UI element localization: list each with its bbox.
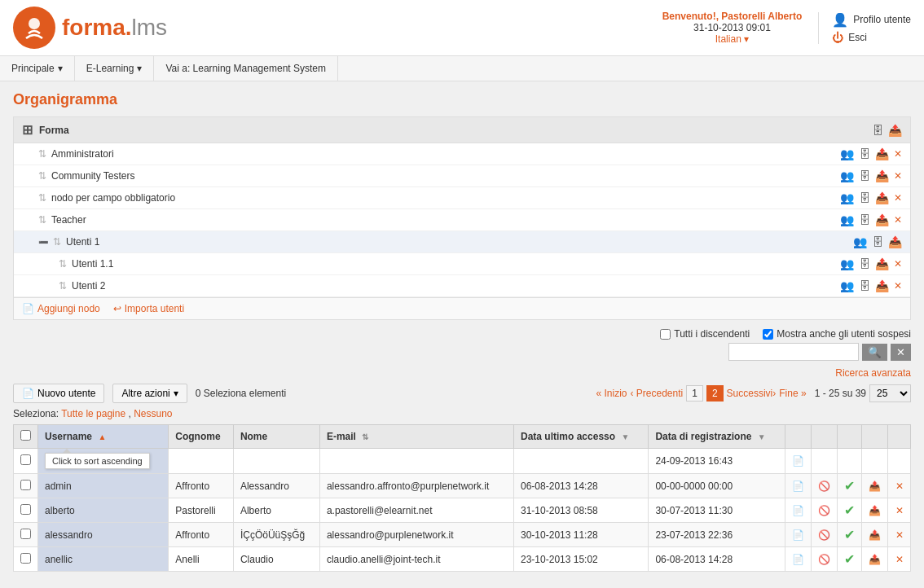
td-delete-icon[interactable]: ✕ — [888, 498, 911, 523]
tree-delete-icon[interactable]: ✕ — [894, 148, 902, 160]
col-header-email[interactable]: E-mail ⇅ — [319, 425, 513, 449]
altre-azioni-button[interactable]: Altre azioni ▾ — [112, 384, 187, 403]
td-active-icon[interactable] — [838, 449, 862, 474]
td-export-icon[interactable]: 📤 — [862, 498, 888, 523]
tree-export-icon[interactable]: 📤 — [875, 257, 889, 270]
tree-users-icon[interactable]: 👥 — [840, 147, 854, 160]
col-header-username[interactable]: Username ▲ — [38, 425, 169, 449]
row-checkbox[interactable] — [20, 529, 31, 539]
tree-export-icon[interactable]: 📤 — [875, 147, 889, 160]
td-export-icon[interactable]: 📤 — [862, 474, 888, 498]
per-page-select[interactable]: 25 50 100 — [869, 384, 911, 402]
tutti-discendenti-label[interactable]: Tutti i discendenti — [660, 328, 750, 340]
nessuno-link[interactable]: Nessuno — [134, 408, 172, 419]
td-checkbox[interactable] — [14, 547, 38, 572]
row-checkbox[interactable] — [20, 504, 31, 515]
mostra-sospesi-checkbox[interactable] — [763, 329, 773, 340]
td-active-icon[interactable]: ✔ — [838, 474, 862, 498]
tree-export-icon[interactable]: 📤 — [875, 169, 889, 182]
td-delete-icon[interactable]: ✕ — [888, 547, 911, 572]
tree-db-icon[interactable]: 🗄 — [872, 235, 883, 248]
td-active-icon[interactable]: ✔ — [838, 547, 862, 572]
td-export-icon[interactable]: 📤 — [862, 523, 888, 547]
tree-users-icon[interactable]: 👥 — [840, 191, 854, 204]
col-header-cognome[interactable]: Cognome — [169, 425, 234, 449]
td-view-icon[interactable]: 📄 — [785, 474, 812, 498]
row-checkbox[interactable] — [20, 553, 31, 564]
tree-export-icon[interactable]: 📤 — [875, 279, 889, 292]
col-header-checkbox[interactable] — [14, 425, 38, 449]
ricerca-avanzata-link[interactable]: Ricerca avanzata — [835, 367, 911, 379]
col-header-registrazione[interactable]: Data di registrazione ▼ — [649, 425, 785, 449]
tree-db-icon[interactable]: 🗄 — [859, 147, 870, 160]
td-view-icon[interactable]: 📄 — [785, 547, 812, 572]
page-2[interactable]: 2 — [706, 385, 724, 402]
td-view-icon[interactable]: 📄 — [785, 449, 812, 474]
tree-users-icon[interactable]: 👥 — [840, 213, 854, 226]
td-checkbox[interactable] — [14, 498, 38, 523]
td-restrict-icon[interactable]: 🚫 — [812, 547, 838, 572]
tree-delete-icon[interactable]: ✕ — [894, 170, 902, 182]
tree-db-icon[interactable]: 🗄 — [859, 169, 870, 182]
page-1[interactable]: 1 — [686, 385, 703, 402]
td-checkbox[interactable] — [14, 474, 38, 498]
nav-elearning[interactable]: E-Learning ▾ — [75, 56, 155, 81]
add-node-link[interactable]: 📄 Aggiungi nodo — [22, 303, 100, 314]
import-users-link[interactable]: ↩ Importa utenti — [113, 303, 184, 314]
nav-principale[interactable]: Principale ▾ — [0, 56, 75, 81]
col-header-nome[interactable]: Nome — [233, 425, 319, 449]
tree-db-icon[interactable]: 🗄 — [859, 213, 870, 226]
page-fine[interactable]: Fine » — [779, 388, 806, 399]
tree-export-icon[interactable]: 📤 — [888, 235, 902, 248]
tutte-pagine-link[interactable]: Tutte le pagine — [61, 408, 125, 419]
tree-db-icon[interactable]: 🗄 — [859, 191, 870, 204]
tree-delete-icon[interactable]: ✕ — [894, 280, 902, 292]
td-view-icon[interactable]: 📄 — [785, 523, 812, 547]
tree-export-icon[interactable]: 📤 — [875, 213, 889, 226]
tree-users-icon[interactable]: 👥 — [840, 169, 854, 182]
search-input[interactable] — [728, 343, 859, 361]
search-button[interactable]: 🔍 — [862, 344, 887, 361]
td-edit-icon[interactable] — [812, 449, 838, 474]
row-checkbox[interactable] — [20, 480, 31, 490]
tree-users-icon[interactable]: 👥 — [840, 279, 854, 292]
td-restrict-icon[interactable]: 🚫 — [812, 498, 838, 523]
tree-delete-icon[interactable]: ✕ — [894, 258, 902, 270]
td-export-icon[interactable]: 📤 — [862, 547, 888, 572]
mostra-sospesi-label[interactable]: Mostra anche gli utenti sospesi — [763, 328, 911, 340]
select-all-checkbox[interactable] — [20, 430, 31, 441]
page-successivi[interactable]: Successivi› — [727, 388, 777, 399]
td-delete-icon[interactable]: ✕ — [888, 474, 911, 498]
td-active-icon[interactable]: ✔ — [838, 498, 862, 523]
td-restrict-icon[interactable]: 🚫 — [812, 523, 838, 547]
tree-users-icon[interactable]: 👥 — [853, 235, 867, 248]
tree-users-icon[interactable]: 👥 — [840, 257, 854, 270]
page-precedenti[interactable]: ‹ Precedenti — [631, 388, 684, 399]
tree-db-icon[interactable]: 🗄 — [859, 279, 870, 292]
search-clear-button[interactable]: ✕ — [891, 344, 911, 361]
td-delete-icon[interactable] — [888, 449, 911, 474]
td-active-icon[interactable]: ✔ — [838, 523, 862, 547]
row-checkbox[interactable] — [20, 454, 31, 465]
nav-vai-a[interactable]: Vai a: Learning Management System — [154, 56, 338, 81]
tree-db-icon[interactable]: 🗄 — [872, 124, 883, 137]
tree-delete-icon[interactable]: ✕ — [894, 192, 902, 204]
tree-collapse-icon[interactable]: ➖ — [38, 238, 48, 247]
tree-db-icon[interactable]: 🗄 — [859, 257, 870, 270]
td-delete-icon[interactable]: ✕ — [888, 523, 911, 547]
tutti-discendenti-checkbox[interactable] — [660, 329, 671, 340]
logout-button[interactable]: ⏻ Esci — [832, 31, 911, 44]
td-checkbox[interactable] — [14, 449, 38, 474]
tree-export-icon[interactable]: 📤 — [875, 191, 889, 204]
nuovo-utente-button[interactable]: 📄 Nuovo utente — [13, 384, 104, 403]
td-view-icon[interactable]: 📄 — [785, 498, 812, 523]
profile-button[interactable]: 👤 Profilo utente — [832, 12, 911, 28]
td-restrict-icon[interactable]: 🚫 — [812, 474, 838, 498]
td-checkbox[interactable] — [14, 523, 38, 547]
lang-selector[interactable]: Italian ▾ — [662, 33, 803, 45]
page-inizio[interactable]: « Inizio — [596, 388, 627, 399]
tree-export-icon[interactable]: 📤 — [888, 124, 902, 137]
col-header-ultimo-accesso[interactable]: Data ultimo accesso ▼ — [514, 425, 649, 449]
tree-delete-icon[interactable]: ✕ — [894, 214, 902, 226]
td-export-icon[interactable] — [862, 449, 888, 474]
